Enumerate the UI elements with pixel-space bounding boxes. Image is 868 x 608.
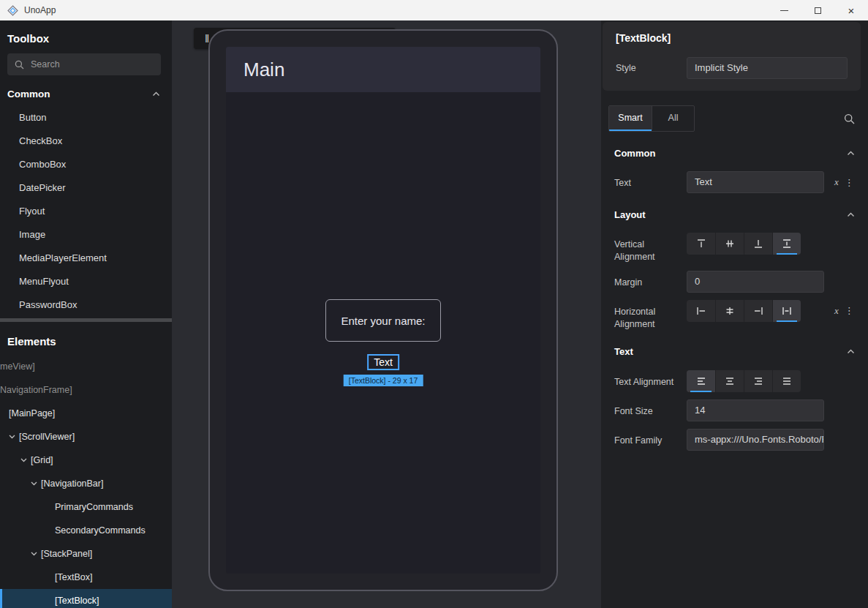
- canvas-textbox[interactable]: Enter your name:: [325, 299, 441, 342]
- toolbox-item-datepicker[interactable]: DatePicker: [0, 176, 172, 199]
- tree-item-navigationframe[interactable]: NavigationFrame]: [0, 378, 172, 402]
- section-common[interactable]: Common: [608, 142, 861, 164]
- halign-right-button[interactable]: [744, 300, 772, 322]
- elements-tree: meView] NavigationFrame] [MainPage] [Scr…: [0, 355, 172, 608]
- property-row-vertical-alignment: Vertical Alignment: [608, 233, 861, 263]
- halign-left-button[interactable]: [687, 300, 715, 322]
- design-canvas[interactable]: ‖ ▷ ↺ ↻: [172, 20, 601, 608]
- chevron-up-icon[interactable]: [152, 91, 160, 97]
- halign-stretch-button[interactable]: [772, 300, 801, 322]
- chevron-down-icon[interactable]: [18, 458, 29, 462]
- style-input[interactable]: Implicit Style: [687, 57, 848, 79]
- tree-item-textbox[interactable]: [TextBox]: [0, 566, 172, 589]
- toolbox-item-button[interactable]: Button: [0, 105, 172, 129]
- chevron-up-icon[interactable]: [847, 151, 855, 156]
- section-label: Common: [7, 89, 50, 100]
- valign-center-button[interactable]: [715, 233, 744, 255]
- tree-item-primarycommands[interactable]: PrimaryCommands: [0, 495, 172, 519]
- chevron-down-icon[interactable]: [28, 481, 39, 486]
- selection-size-badge: [TextBlock] - 29 x 17: [344, 375, 423, 386]
- text-input[interactable]: Text: [687, 171, 824, 193]
- font-size-label: Font Size: [614, 399, 687, 418]
- selected-textblock[interactable]: Text: [367, 354, 399, 370]
- valign-bottom-button[interactable]: [744, 233, 772, 255]
- minimize-button[interactable]: [767, 0, 801, 20]
- valign-stretch-button[interactable]: [772, 233, 801, 255]
- tree-item-secondarycommands[interactable]: SecondaryCommands: [0, 519, 172, 542]
- text-align-justify-button[interactable]: [772, 370, 801, 392]
- font-family-label: Font Family: [614, 429, 687, 447]
- toolbox-item-flyout[interactable]: Flyout: [0, 199, 172, 222]
- text-alignment-label: Text Alignment: [614, 370, 687, 389]
- more-icon[interactable]: ⋮: [845, 177, 854, 188]
- toolbox-item-passwordbox[interactable]: PasswordBox: [0, 293, 172, 316]
- font-size-input[interactable]: 14: [687, 399, 824, 421]
- properties-panel: [TextBlock] Style Implicit Style Smart A…: [601, 20, 868, 608]
- binding-icon[interactable]: x: [834, 305, 839, 317]
- titlebar: UnoApp ×: [0, 0, 868, 20]
- toolbox-section-common[interactable]: Common: [0, 78, 172, 105]
- binding-icon[interactable]: x: [834, 176, 839, 188]
- text-property-label: Text: [614, 171, 687, 189]
- search-input[interactable]: [31, 59, 154, 70]
- more-icon[interactable]: ⋮: [845, 305, 854, 316]
- tree-item-homeview[interactable]: meView]: [0, 355, 172, 378]
- properties-list: Common Text Text x ⋮ Layout: [601, 142, 868, 451]
- toolbox-item-menuflyout[interactable]: MenuFlyout: [0, 269, 172, 293]
- maximize-button[interactable]: [801, 0, 834, 20]
- elements-title: Elements: [0, 322, 172, 355]
- horizontal-alignment-group: [687, 300, 801, 322]
- property-row-text: Text Text x ⋮: [608, 171, 861, 193]
- screen-body[interactable]: Enter your name: Text [TextBlock] - 29 x…: [226, 92, 540, 574]
- section-text[interactable]: Text: [608, 341, 861, 363]
- toolbox-item-checkbox[interactable]: CheckBox: [0, 129, 172, 152]
- horizontal-alignment-label: Horizontal Alignment: [614, 300, 687, 331]
- chevron-up-icon[interactable]: [847, 349, 855, 354]
- tree-item-textblock[interactable]: [TextBlock]: [0, 589, 172, 608]
- vertical-alignment-label: Vertical Alignment: [614, 233, 687, 263]
- app-navigation-bar[interactable]: Main: [226, 47, 540, 92]
- toolbox-title: Toolbox: [0, 20, 172, 52]
- text-alignment-group: [687, 370, 801, 392]
- toolbox-search[interactable]: [7, 53, 161, 75]
- valign-top-button[interactable]: [687, 233, 715, 255]
- device-frame: Main Enter your name: Text [TextBlock] -…: [208, 29, 558, 591]
- tree-item-mainpage[interactable]: [MainPage]: [0, 402, 172, 425]
- chevron-down-icon[interactable]: [6, 435, 18, 439]
- chevron-up-icon[interactable]: [847, 212, 855, 217]
- font-family-input[interactable]: ms-appx:///Uno.Fonts.Roboto/Font: [687, 429, 824, 451]
- property-tabs-row: Smart All: [608, 105, 855, 132]
- left-sidebar: Toolbox Common Button CheckBox ComboBox …: [0, 20, 172, 608]
- property-row-font-size: Font Size 14: [608, 399, 861, 421]
- tab-all[interactable]: All: [652, 106, 694, 131]
- margin-label: Margin: [614, 271, 687, 289]
- page-title: Main: [244, 59, 284, 81]
- selected-element-card: [TextBlock] Style Implicit Style: [603, 22, 861, 91]
- tree-item-navigationbar[interactable]: [NavigationBar]: [0, 472, 172, 495]
- selected-element-name: [TextBlock]: [616, 32, 848, 44]
- tree-item-scrollviewer[interactable]: [ScrollViewer]: [0, 425, 172, 449]
- app-screen: Main Enter your name: Text [TextBlock] -…: [226, 47, 540, 574]
- text-align-center-button[interactable]: [715, 370, 744, 392]
- toolbox-item-image[interactable]: Image: [0, 222, 172, 246]
- chevron-down-icon[interactable]: [28, 552, 39, 556]
- property-row-text-alignment: Text Alignment: [608, 370, 861, 392]
- halign-center-button[interactable]: [715, 300, 744, 322]
- tree-item-grid[interactable]: [Grid]: [0, 449, 172, 472]
- toolbox-item-combobox[interactable]: ComboBox: [0, 152, 172, 176]
- tab-smart[interactable]: Smart: [609, 106, 652, 131]
- properties-search-icon[interactable]: [844, 113, 855, 124]
- close-button[interactable]: ×: [834, 0, 868, 20]
- search-icon: [15, 60, 24, 70]
- property-row-horizontal-alignment: Horizontal Alignment: [608, 300, 861, 331]
- property-row-font-family: Font Family ms-appx:///Uno.Fonts.Roboto/…: [608, 429, 861, 451]
- uno-logo-icon: [7, 5, 18, 16]
- window-title: UnoApp: [24, 5, 56, 15]
- style-label: Style: [616, 63, 687, 73]
- section-layout[interactable]: Layout: [608, 203, 861, 225]
- toolbox-item-mediaplayerelement[interactable]: MediaPlayerElement: [0, 246, 172, 269]
- tree-item-stackpanel[interactable]: [StackPanel]: [0, 542, 172, 566]
- text-align-right-button[interactable]: [744, 370, 772, 392]
- margin-input[interactable]: 0: [687, 271, 824, 293]
- text-align-left-button[interactable]: [687, 370, 715, 392]
